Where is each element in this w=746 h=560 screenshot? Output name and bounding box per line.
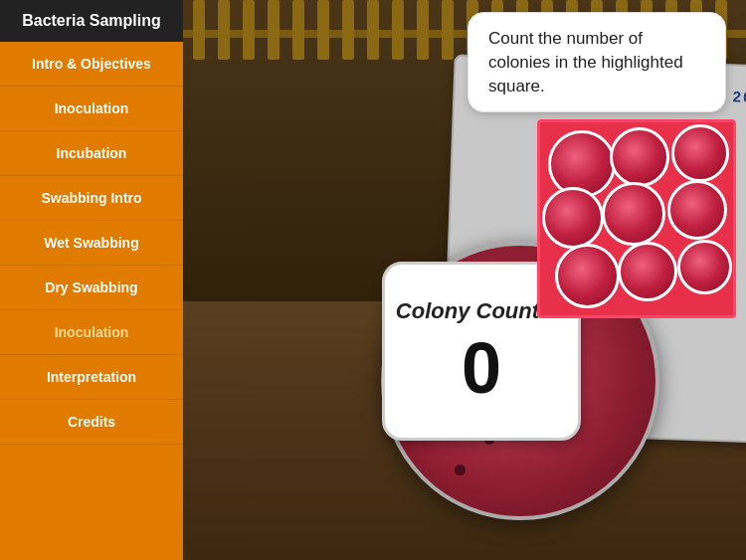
cell-highlight-square[interactable]: [537, 119, 736, 318]
fence-post: [317, 0, 329, 60]
colony-cell[interactable]: [618, 242, 677, 301]
fence-post: [268, 0, 280, 60]
colony-cell[interactable]: [555, 244, 620, 308]
sidebar-item-dry-swabbing[interactable]: Dry Swabbing: [0, 266, 183, 310]
sidebar-item-swabbing-intro[interactable]: Swabbing Intro: [0, 176, 183, 221]
fence-post: [442, 0, 454, 60]
tooltip-text: Count the number of colonies in the high…: [488, 29, 683, 95]
fence-post: [292, 0, 304, 60]
instruction-tooltip: Count the number of colonies in the high…: [467, 12, 726, 112]
sidebar-item-inoculation-2[interactable]: Inoculation: [0, 310, 183, 355]
fence-post: [243, 0, 255, 60]
sidebar-item-wet-swabbing[interactable]: Wet Swabbing: [0, 221, 183, 266]
sidebar-item-incubation[interactable]: Incubation: [0, 131, 183, 176]
fence-post: [417, 0, 429, 60]
sidebar-title: Bacteria Sampling: [0, 0, 183, 42]
colony-cell[interactable]: [667, 180, 727, 240]
colony-cell[interactable]: [542, 187, 604, 249]
fence-post: [342, 0, 354, 60]
colony-count-value: 0: [462, 332, 501, 404]
sidebar-item-inoculation-1[interactable]: Inoculation: [0, 87, 183, 131]
fence-post: [392, 0, 404, 60]
colony-cell[interactable]: [602, 182, 665, 246]
background-scene: 3M AC 2010-05 KC 3M AC 20 Colony Counter…: [183, 0, 746, 560]
colony-cell[interactable]: [671, 124, 729, 182]
colony-cell[interactable]: [677, 240, 732, 294]
main-content: 3M AC 2010-05 KC 3M AC 20 Colony Counter…: [183, 0, 746, 560]
sidebar-item-credits[interactable]: Credits: [0, 400, 183, 445]
sidebar: Bacteria Sampling Intro & Objectives Ino…: [0, 0, 183, 560]
fence-post: [193, 0, 205, 60]
fence-post: [218, 0, 230, 60]
sidebar-item-intro-objectives[interactable]: Intro & Objectives: [0, 42, 183, 87]
petri-speck: [455, 465, 466, 475]
colony-cell[interactable]: [610, 127, 669, 187]
sidebar-item-interpretation[interactable]: Interpretation: [0, 355, 183, 400]
fence-post: [367, 0, 379, 60]
